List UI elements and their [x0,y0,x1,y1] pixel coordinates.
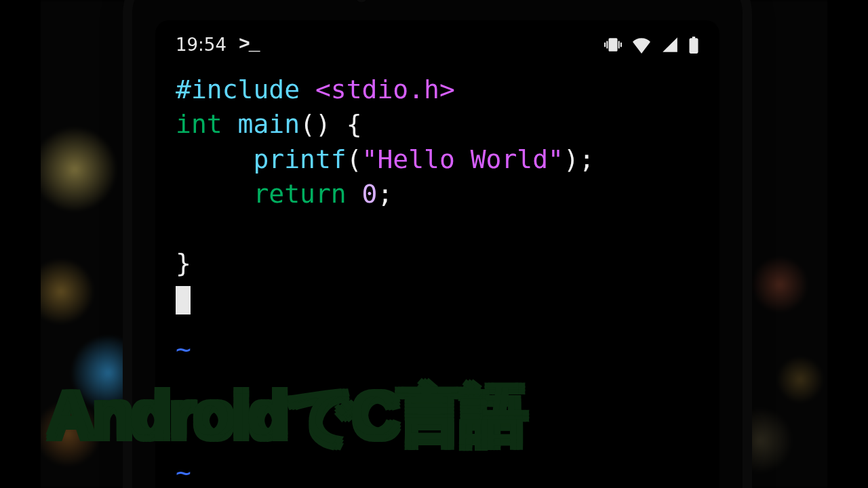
code-preproc: #include [176,75,300,104]
code-kw-int: int [176,109,222,139]
letterbox-right [827,0,868,488]
code-fn-main: main [238,109,300,139]
code-brace-close: } [176,248,191,278]
stage: 19:54 >_ #include <stdio.h> int main() {… [0,0,868,488]
signal-icon [661,36,679,54]
code-kw-return: return [253,179,346,209]
code-string: "Hello World" [362,144,564,174]
letterbox-left [0,0,41,488]
code-editor[interactable]: #include <stdio.h> int main() { printf("… [155,60,719,316]
vibrate-icon [604,36,622,54]
title-overlay: AndroidでC言語 [47,373,526,461]
code-punc: ); [564,144,595,174]
status-time: 19:54 [176,35,226,55]
battery-icon [688,36,699,54]
vim-tilde: ~ [176,319,699,380]
code-number: 0 [362,179,378,209]
phone-camera [356,0,367,1]
status-right [604,36,699,54]
code-punc: ( [347,144,362,174]
terminal-icon: >_ [239,34,259,55]
wifi-icon [631,36,652,54]
code-fn-printf: printf [253,144,346,174]
title-text: AndroidでC言語 [47,379,526,451]
code-punc: ; [377,179,393,209]
editor-cursor [176,286,191,314]
code-punc: () { [300,109,362,139]
code-header: <stdio.h> [315,75,455,104]
status-left: 19:54 >_ [176,34,259,55]
status-bar: 19:54 >_ [155,20,719,60]
